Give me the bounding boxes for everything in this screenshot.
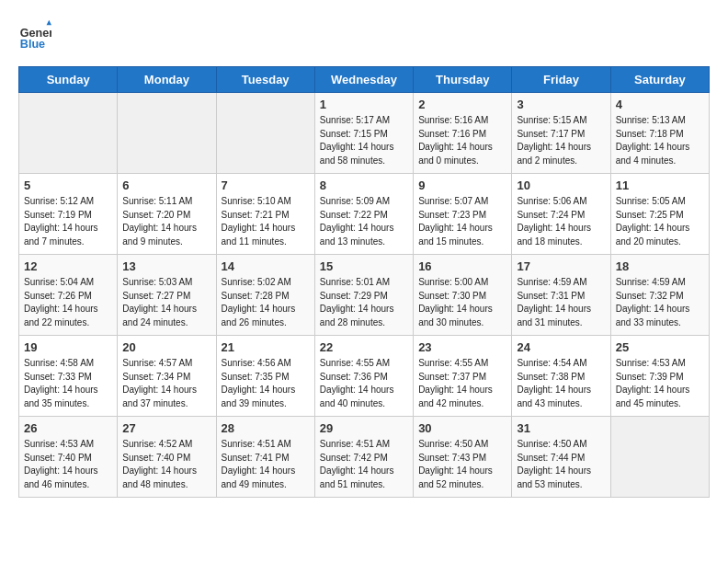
calendar-cell: 21Sunrise: 4:56 AMSunset: 7:35 PMDayligh… (216, 336, 314, 417)
calendar-cell: 13Sunrise: 5:03 AMSunset: 7:27 PMDayligh… (118, 255, 216, 336)
calendar-cell (118, 93, 216, 174)
cell-content: Sunrise: 5:06 AMSunset: 7:24 PMDaylight:… (517, 195, 605, 248)
calendar-cell: 29Sunrise: 4:51 AMSunset: 7:42 PMDayligh… (314, 417, 413, 498)
day-number: 18 (616, 259, 704, 273)
weekday-header-monday: Monday (118, 67, 216, 93)
day-number: 20 (122, 340, 210, 354)
cell-content: Sunrise: 4:53 AMSunset: 7:40 PMDaylight:… (24, 438, 112, 491)
calendar-cell: 16Sunrise: 5:00 AMSunset: 7:30 PMDayligh… (414, 255, 512, 336)
calendar-cell: 5Sunrise: 5:12 AMSunset: 7:19 PMDaylight… (19, 174, 118, 255)
calendar-cell (610, 417, 709, 498)
calendar-cell: 19Sunrise: 4:58 AMSunset: 7:33 PMDayligh… (19, 336, 118, 417)
weekday-header-tuesday: Tuesday (216, 67, 314, 93)
cell-content: Sunrise: 4:57 AMSunset: 7:34 PMDaylight:… (122, 357, 210, 410)
day-number: 11 (616, 178, 704, 192)
calendar-cell: 2Sunrise: 5:16 AMSunset: 7:16 PMDaylight… (414, 93, 512, 174)
cell-content: Sunrise: 5:04 AMSunset: 7:26 PMDaylight:… (24, 276, 112, 329)
calendar-cell: 4Sunrise: 5:13 AMSunset: 7:18 PMDaylight… (610, 93, 709, 174)
day-number: 14 (222, 259, 310, 273)
calendar-cell: 1Sunrise: 5:17 AMSunset: 7:15 PMDaylight… (314, 93, 413, 174)
calendar-cell: 8Sunrise: 5:09 AMSunset: 7:22 PMDaylight… (314, 174, 413, 255)
calendar-cell: 11Sunrise: 5:05 AMSunset: 7:25 PMDayligh… (610, 174, 709, 255)
day-number: 1 (320, 98, 408, 111)
logo: General Blue (18, 18, 57, 52)
calendar-cell: 30Sunrise: 4:50 AMSunset: 7:43 PMDayligh… (414, 417, 512, 498)
day-number: 16 (418, 259, 506, 273)
svg-text:Blue: Blue (20, 38, 45, 51)
cell-content: Sunrise: 4:55 AMSunset: 7:37 PMDaylight:… (418, 357, 506, 410)
cell-content: Sunrise: 5:00 AMSunset: 7:30 PMDaylight:… (418, 276, 506, 329)
day-number: 13 (122, 259, 210, 273)
cell-content: Sunrise: 5:17 AMSunset: 7:15 PMDaylight:… (320, 114, 408, 167)
calendar-cell: 12Sunrise: 5:04 AMSunset: 7:26 PMDayligh… (19, 255, 118, 336)
cell-content: Sunrise: 5:10 AMSunset: 7:21 PMDaylight:… (222, 195, 310, 248)
calendar-cell: 7Sunrise: 5:10 AMSunset: 7:21 PMDaylight… (216, 174, 314, 255)
cell-content: Sunrise: 4:51 AMSunset: 7:41 PMDaylight:… (222, 438, 310, 491)
calendar-cell: 14Sunrise: 5:02 AMSunset: 7:28 PMDayligh… (216, 255, 314, 336)
weekday-header-sunday: Sunday (19, 67, 118, 93)
day-number: 23 (418, 340, 506, 354)
cell-content: Sunrise: 5:09 AMSunset: 7:22 PMDaylight:… (320, 195, 408, 248)
calendar-cell: 17Sunrise: 4:59 AMSunset: 7:31 PMDayligh… (512, 255, 610, 336)
logo-icon: General Blue (18, 18, 51, 52)
calendar-week-row: 19Sunrise: 4:58 AMSunset: 7:33 PMDayligh… (19, 336, 710, 417)
day-number: 24 (517, 340, 605, 354)
cell-content: Sunrise: 4:56 AMSunset: 7:35 PMDaylight:… (222, 357, 310, 410)
calendar-cell: 20Sunrise: 4:57 AMSunset: 7:34 PMDayligh… (118, 336, 216, 417)
calendar-cell: 15Sunrise: 5:01 AMSunset: 7:29 PMDayligh… (314, 255, 413, 336)
calendar-cell: 6Sunrise: 5:11 AMSunset: 7:20 PMDaylight… (118, 174, 216, 255)
cell-content: Sunrise: 5:02 AMSunset: 7:28 PMDaylight:… (222, 276, 310, 329)
day-number: 5 (24, 178, 112, 192)
day-number: 7 (222, 178, 310, 192)
cell-content: Sunrise: 5:16 AMSunset: 7:16 PMDaylight:… (418, 114, 506, 167)
weekday-header-wednesday: Wednesday (314, 67, 413, 93)
calendar-cell: 24Sunrise: 4:54 AMSunset: 7:38 PMDayligh… (512, 336, 610, 417)
calendar-cell (19, 93, 118, 174)
cell-content: Sunrise: 5:07 AMSunset: 7:23 PMDaylight:… (418, 195, 506, 248)
calendar-cell: 31Sunrise: 4:50 AMSunset: 7:44 PMDayligh… (512, 417, 610, 498)
cell-content: Sunrise: 5:05 AMSunset: 7:25 PMDaylight:… (616, 195, 704, 248)
day-number: 15 (320, 259, 408, 273)
cell-content: Sunrise: 4:50 AMSunset: 7:44 PMDaylight:… (517, 438, 605, 491)
day-number: 12 (24, 259, 112, 273)
cell-content: Sunrise: 4:52 AMSunset: 7:40 PMDaylight:… (122, 438, 210, 491)
calendar-week-row: 1Sunrise: 5:17 AMSunset: 7:15 PMDaylight… (19, 93, 710, 174)
calendar-cell: 27Sunrise: 4:52 AMSunset: 7:40 PMDayligh… (118, 417, 216, 498)
day-number: 9 (418, 178, 506, 192)
cell-content: Sunrise: 5:03 AMSunset: 7:27 PMDaylight:… (122, 276, 210, 329)
day-number: 10 (517, 178, 605, 192)
cell-content: Sunrise: 5:13 AMSunset: 7:18 PMDaylight:… (616, 114, 704, 167)
calendar-table: SundayMondayTuesdayWednesdayThursdayFrid… (18, 66, 710, 498)
cell-content: Sunrise: 5:01 AMSunset: 7:29 PMDaylight:… (320, 276, 408, 329)
calendar-week-row: 26Sunrise: 4:53 AMSunset: 7:40 PMDayligh… (19, 417, 710, 498)
day-number: 28 (222, 421, 310, 435)
cell-content: Sunrise: 5:12 AMSunset: 7:19 PMDaylight:… (24, 195, 112, 248)
calendar-cell: 26Sunrise: 4:53 AMSunset: 7:40 PMDayligh… (19, 417, 118, 498)
day-number: 4 (616, 98, 704, 111)
cell-content: Sunrise: 4:59 AMSunset: 7:32 PMDaylight:… (616, 276, 704, 329)
page-header: General Blue (18, 18, 710, 52)
cell-content: Sunrise: 4:50 AMSunset: 7:43 PMDaylight:… (418, 438, 506, 491)
day-number: 6 (122, 178, 210, 192)
weekday-header-friday: Friday (512, 67, 610, 93)
day-number: 8 (320, 178, 408, 192)
day-number: 3 (517, 98, 605, 111)
weekday-header-thursday: Thursday (414, 67, 512, 93)
calendar-cell: 10Sunrise: 5:06 AMSunset: 7:24 PMDayligh… (512, 174, 610, 255)
cell-content: Sunrise: 4:58 AMSunset: 7:33 PMDaylight:… (24, 357, 112, 410)
svg-marker-2 (47, 20, 51, 25)
cell-content: Sunrise: 4:59 AMSunset: 7:31 PMDaylight:… (517, 276, 605, 329)
cell-content: Sunrise: 4:55 AMSunset: 7:36 PMDaylight:… (320, 357, 408, 410)
day-number: 2 (418, 98, 506, 111)
weekday-header-saturday: Saturday (610, 67, 709, 93)
day-number: 21 (222, 340, 310, 354)
cell-content: Sunrise: 4:51 AMSunset: 7:42 PMDaylight:… (320, 438, 408, 491)
cell-content: Sunrise: 5:15 AMSunset: 7:17 PMDaylight:… (517, 114, 605, 167)
calendar-cell: 23Sunrise: 4:55 AMSunset: 7:37 PMDayligh… (414, 336, 512, 417)
day-number: 26 (24, 421, 112, 435)
calendar-cell: 9Sunrise: 5:07 AMSunset: 7:23 PMDaylight… (414, 174, 512, 255)
day-number: 19 (24, 340, 112, 354)
calendar-cell: 3Sunrise: 5:15 AMSunset: 7:17 PMDaylight… (512, 93, 610, 174)
calendar-week-row: 12Sunrise: 5:04 AMSunset: 7:26 PMDayligh… (19, 255, 710, 336)
calendar-cell: 25Sunrise: 4:53 AMSunset: 7:39 PMDayligh… (610, 336, 709, 417)
